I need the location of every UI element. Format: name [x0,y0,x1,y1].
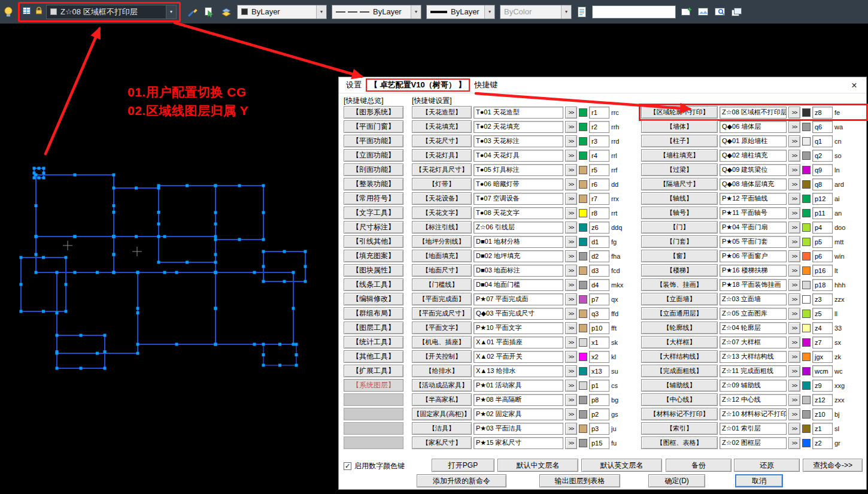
chevron-down-icon[interactable]: ▾ [166,5,176,19]
shortcut-category-button[interactable]: 【大样框】 [641,336,718,348]
color-swatch[interactable] [579,108,587,117]
shortcut-code-field[interactable]: p6 [812,250,833,262]
add-view-icon[interactable] [681,7,693,17]
shortcut-code-field[interactable]: r8 [589,207,609,219]
expand-button[interactable]: >> [788,408,800,420]
shortcut-category-button[interactable]: 【给排水】 [412,365,472,377]
lightbulb-icon[interactable] [4,6,13,18]
lock-icon[interactable] [35,6,43,17]
expand-button[interactable]: >> [565,121,577,133]
color-swatch[interactable] [579,266,587,275]
shortcut-category-button[interactable]: 【门套】 [641,235,718,248]
shortcut-category-button[interactable]: 【机电、插座】 [412,336,472,348]
zoom-view-icon[interactable] [714,7,726,17]
shortcut-code-field[interactable]: z12 [812,394,833,406]
color-swatch[interactable] [802,410,811,419]
shortcut-category-button[interactable]: 【天花造型】 [412,106,472,119]
color-swatch[interactable] [802,425,811,433]
shortcut-code-field[interactable]: z9 [812,380,833,392]
expand-button[interactable]: >> [788,135,800,147]
expand-button[interactable]: >> [565,322,577,334]
expand-button[interactable]: >> [788,394,800,406]
color-swatch[interactable] [579,252,587,260]
layer-name-field[interactable]: X▲01 平面插座 [474,337,563,348]
shortcut-code-field[interactable]: q9 [812,164,833,176]
toolbar-text-input[interactable] [592,5,676,19]
cancel-button[interactable]: 取消 [735,474,783,487]
expand-button[interactable]: >> [788,308,800,320]
color-swatch[interactable] [802,367,811,375]
layer-name-field[interactable]: Z☆05 立面图库 [720,308,787,320]
expand-button[interactable]: >> [788,322,800,334]
ok-button[interactable]: 确定(D) [648,474,705,487]
shortcut-code-field[interactable]: q3 [589,308,609,320]
shortcut-code-field[interactable]: r1 [589,107,609,119]
color-swatch[interactable] [802,195,811,203]
color-swatch[interactable] [579,238,587,246]
shortcut-category-button[interactable]: 【家私尺寸】 [412,437,472,449]
shortcut-code-field[interactable]: r5 [589,164,609,176]
shortcut-category-button[interactable]: 【天花灯具尺寸】 [412,163,472,176]
expand-button[interactable]: >> [788,423,800,435]
shortcut-category-button[interactable]: 【立面墙】 [641,293,718,305]
color-swatch[interactable] [579,137,587,146]
expand-button[interactable]: >> [565,293,577,305]
layer-name-field[interactable]: T●04 天花灯具 [474,150,563,162]
color-swatch[interactable] [802,108,811,117]
shortcut-category-button[interactable]: 【完成面粗线】 [641,365,718,377]
restore-button[interactable]: 还原 [734,459,800,472]
layer-name-field[interactable]: Q◆02 墙柱填充 [720,150,787,162]
layer-name-field[interactable]: Z☆13 大样结构线 [720,351,787,363]
shortcut-category-button[interactable]: 【轮廓线】 [641,322,718,334]
shortcut-code-field[interactable]: r2 [589,121,609,133]
expand-button[interactable]: >> [788,365,800,377]
color-swatch[interactable] [579,223,587,232]
color-swatch[interactable] [579,425,587,433]
layer-name-field[interactable]: Z☆07 大样框 [720,337,787,348]
shortcut-code-field[interactable]: x1 [589,337,609,348]
chevron-down-icon[interactable]: ▾ [561,5,571,19]
shortcut-category-button[interactable]: 【天花文字】 [412,207,472,219]
default-english-names-button[interactable]: 默认英文层名 [581,459,662,472]
category-button[interactable]: 【尺寸标注】 [344,221,403,234]
shortcut-category-button[interactable]: 【天花填充】 [412,120,472,133]
shortcut-category-button[interactable]: 【装饰、挂画】 [641,278,718,291]
lineweight-dropdown[interactable]: ByLayer ▾ [426,5,495,19]
category-button[interactable]: 【立面功能】 [344,149,403,162]
color-swatch[interactable] [802,353,811,361]
shortcut-code-field[interactable]: z7 [812,337,833,348]
shortcut-category-button[interactable]: 【地坪分割线】 [412,235,472,248]
close-icon[interactable]: × [847,79,861,92]
shortcut-category-button[interactable]: 【平面完成尺寸】 [412,307,472,320]
shortcut-code-field[interactable]: p16 [812,265,833,277]
shortcut-category-button[interactable]: 【天花尺寸】 [412,135,472,147]
shortcut-category-button[interactable]: 【隔墙尺寸】 [641,178,718,190]
color-swatch[interactable] [579,180,587,189]
expand-button[interactable]: >> [565,265,577,277]
layer-name-field[interactable]: Q◆09 建筑梁位 [720,164,787,176]
set-current-layer-icon[interactable] [204,6,216,18]
color-swatch[interactable] [579,381,587,390]
shortcut-code-field[interactable]: d2 [589,250,609,262]
category-button[interactable]: 【平面门窗】 [344,120,403,133]
color-swatch[interactable] [802,223,811,232]
color-swatch[interactable] [579,151,587,160]
default-chinese-names-button[interactable]: 默认中文层名 [497,459,578,472]
layer-name-field[interactable]: D■04 地面门槛 [474,279,563,291]
color-swatch[interactable] [802,381,811,390]
color-swatch[interactable] [802,324,811,332]
shortcut-code-field[interactable]: d1 [589,236,609,248]
expand-button[interactable]: >> [565,437,577,449]
category-button[interactable]: 【填充图案】 [344,250,403,262]
shortcut-category-button[interactable]: 【墙体】 [641,120,718,133]
expand-button[interactable]: >> [565,351,577,363]
chevron-down-icon[interactable]: ▾ [484,5,494,19]
layer-name-field[interactable]: P★11 平面轴号 [720,207,787,219]
expand-button[interactable]: >> [565,337,577,348]
layer-name-field[interactable]: Z☆02 图框层 [720,437,787,449]
shortcut-code-field[interactable]: p8 [589,394,609,406]
layer-name-field[interactable]: Z☆11 完成面粗线 [720,365,787,377]
shortcut-code-field[interactable]: r4 [589,150,609,162]
expand-button[interactable]: >> [788,351,800,363]
expand-button[interactable]: >> [565,222,577,234]
